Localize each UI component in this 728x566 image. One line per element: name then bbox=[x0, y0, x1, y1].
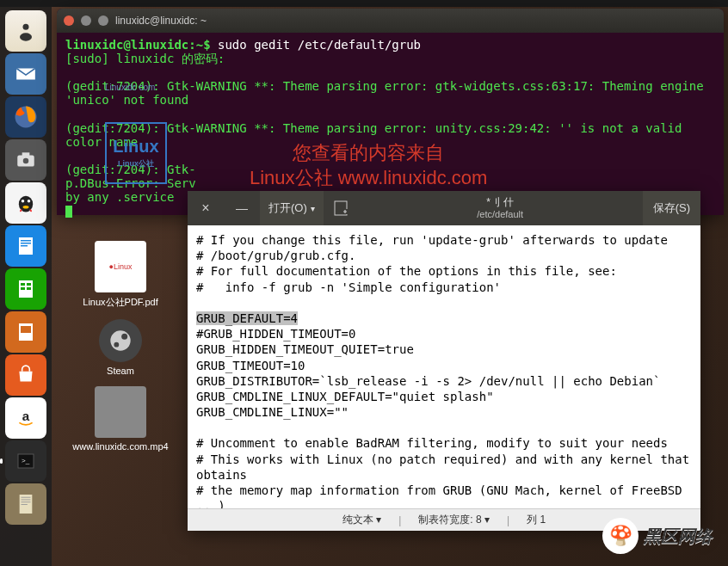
mushroom-icon: 🍄 bbox=[602, 518, 639, 554]
doc-path: /etc/default bbox=[358, 209, 643, 220]
svg-point-7 bbox=[22, 200, 25, 203]
gedit-title: *刂 什 /etc/default bbox=[358, 196, 643, 220]
open-button[interactable]: 打开(O) ▾ bbox=[260, 191, 324, 225]
video-icon bbox=[95, 386, 146, 438]
minimize-icon[interactable]: — bbox=[224, 191, 260, 225]
desktop-icon-steam[interactable]: Steam bbox=[60, 319, 181, 376]
svg-point-0 bbox=[23, 24, 29, 30]
prompt: linuxidc@linuxidc:~$ bbox=[65, 38, 211, 52]
icon-label: Steam bbox=[107, 366, 134, 376]
logo-text: 黑区网络 bbox=[644, 525, 713, 548]
svg-point-4 bbox=[23, 158, 29, 164]
chevron-down-icon: ▾ bbox=[311, 204, 315, 213]
launcher-firefox[interactable] bbox=[5, 96, 46, 138]
desktop-icon-pdf[interactable]: ●Linux Linux公社PDF.pdf bbox=[60, 241, 181, 309]
command-text: sudo gedit /etc/default/grub bbox=[218, 38, 421, 52]
svg-rect-17 bbox=[21, 287, 25, 290]
warning-line: (gedit:7204): Gtk-WARNING **: Theme pars… bbox=[65, 79, 711, 107]
launcher-amazon[interactable]: a bbox=[5, 397, 46, 439]
steam-icon bbox=[99, 319, 142, 362]
top-panel bbox=[0, 0, 728, 7]
terminal-window: linuxidc@linuxidc: ~ linuxidc@linuxidc:~… bbox=[57, 9, 724, 215]
sudo-prompt: [sudo] linuxidc 的密码: bbox=[65, 52, 225, 65]
gedit-titlebar[interactable]: × — 打开(O) ▾ *刂 什 /etc/default 保存(S) bbox=[188, 191, 700, 225]
svg-rect-28 bbox=[22, 504, 28, 505]
warning-line: (gedit:7204): Gtk-WARNING **: Theme pars… bbox=[65, 121, 689, 149]
svg-rect-16 bbox=[27, 283, 31, 286]
icon-label: Linux公社PDF.pdf bbox=[83, 296, 157, 309]
svg-point-30 bbox=[121, 334, 127, 340]
tab-width[interactable]: 制表符宽度: 8 ▾ bbox=[418, 513, 490, 527]
svg-rect-5 bbox=[22, 152, 30, 156]
cursor-position: 列 1 bbox=[527, 513, 546, 527]
svg-point-1 bbox=[20, 33, 32, 40]
launcher-screenshot[interactable] bbox=[5, 139, 46, 181]
launcher-mail[interactable] bbox=[5, 53, 46, 95]
launcher-document[interactable] bbox=[5, 483, 46, 525]
desktop-icons: ●Linux Linux公社PDF.pdf Steam www.linuxidc… bbox=[60, 241, 181, 462]
terminal-titlebar[interactable]: linuxidc@linuxidc: ~ bbox=[57, 9, 724, 33]
svg-rect-27 bbox=[22, 501, 31, 502]
launcher-qq[interactable] bbox=[5, 182, 46, 224]
svg-point-31 bbox=[114, 342, 119, 348]
launcher-calc[interactable] bbox=[5, 268, 46, 310]
pdf-icon: ●Linux bbox=[95, 241, 146, 292]
svg-point-29 bbox=[110, 330, 130, 350]
close-icon[interactable] bbox=[64, 15, 74, 26]
svg-rect-18 bbox=[27, 287, 31, 290]
save-button[interactable]: 保存(S) bbox=[643, 191, 700, 225]
launcher-terminal[interactable]: >_ bbox=[5, 440, 46, 482]
close-icon[interactable]: × bbox=[188, 191, 224, 225]
gedit-window: × — 打开(O) ▾ *刂 什 /etc/default 保存(S) # If… bbox=[188, 191, 700, 531]
selected-text: GRUB_DEFAULT=4 bbox=[196, 311, 298, 325]
svg-rect-11 bbox=[21, 240, 31, 242]
launcher-software[interactable] bbox=[5, 354, 46, 396]
warning-line: p.DBus.Error: Serv bbox=[65, 176, 196, 190]
svg-text:a: a bbox=[22, 409, 30, 423]
terminal-title: linuxidc@linuxidc: ~ bbox=[115, 15, 207, 27]
svg-text:>_: >_ bbox=[22, 457, 30, 464]
open-label: 打开(O) bbox=[268, 200, 307, 216]
svg-rect-12 bbox=[21, 243, 31, 244]
launcher-writer[interactable] bbox=[5, 225, 46, 267]
svg-rect-13 bbox=[21, 245, 28, 247]
unity-launcher: a >_ bbox=[0, 7, 52, 566]
warning-line: by any .service bbox=[65, 190, 174, 204]
editor-content[interactable]: # If you change this file, run 'update-g… bbox=[188, 225, 700, 508]
maximize-icon[interactable] bbox=[98, 15, 108, 26]
icon-label: www.linuxidc.com.mp4 bbox=[72, 441, 168, 452]
svg-point-9 bbox=[23, 206, 29, 209]
svg-rect-26 bbox=[22, 500, 31, 501]
site-logo: 🍄 黑区网络 bbox=[602, 518, 713, 554]
syntax-mode[interactable]: 纯文本 ▾ bbox=[342, 513, 381, 527]
save-label: 保存(S) bbox=[653, 200, 690, 216]
svg-rect-25 bbox=[22, 497, 31, 498]
launcher-files[interactable] bbox=[5, 10, 46, 52]
launcher-impress[interactable] bbox=[5, 311, 46, 353]
svg-point-8 bbox=[28, 200, 31, 203]
svg-rect-20 bbox=[21, 326, 31, 333]
warning-line: (gedit:7204): Gtk- bbox=[65, 163, 196, 176]
desktop-icon-video[interactable]: www.linuxidc.com.mp4 bbox=[60, 386, 181, 452]
doc-name: *刂 什 bbox=[358, 196, 643, 208]
new-tab-button[interactable] bbox=[324, 191, 358, 225]
svg-rect-15 bbox=[21, 283, 25, 286]
minimize-icon[interactable] bbox=[81, 15, 91, 26]
cursor-icon bbox=[65, 206, 72, 218]
